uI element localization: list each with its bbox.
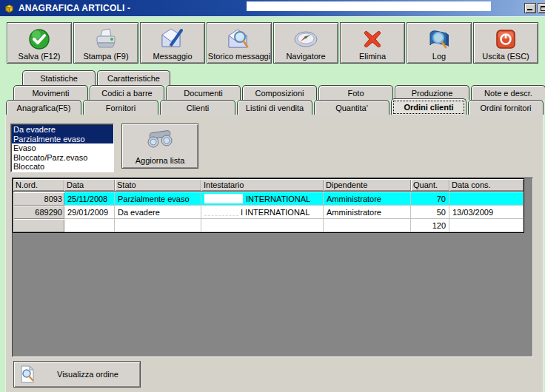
binoculars-icon (144, 130, 176, 149)
exit-button-label: Uscita (ESC) (482, 52, 529, 61)
check-circle-icon (27, 27, 51, 52)
tab-codici-a-barre[interactable]: Codici a barre (90, 85, 164, 100)
tab-foto[interactable]: Foto (318, 85, 393, 100)
table-cell-quant[interactable]: 50 (411, 206, 449, 219)
maximize-icon (541, 6, 545, 11)
tab-label: Ordini fornitori (480, 104, 531, 112)
table-cell-dipendente[interactable]: Amministratore (324, 206, 411, 219)
tab-label: Documenti (184, 89, 223, 98)
tab-label: Quantita' (335, 104, 368, 112)
table-cell-stato[interactable]: Parzialmente evaso (115, 192, 201, 206)
tab-note-e-descr[interactable]: Note e descr. (471, 85, 545, 100)
tab-label: Statistiche (40, 74, 78, 83)
delete-button[interactable]: Elimina (340, 22, 405, 64)
view-order-button[interactable]: Visualizza ordine (13, 361, 141, 388)
print-button[interactable]: Stampa (F9) (73, 22, 138, 64)
tab-listini-di-vendita[interactable]: Listini di vendita (237, 100, 312, 115)
table-cell-quant[interactable]: 70 (411, 192, 449, 206)
table-cell-intestatario[interactable]: INTERNATIONAL (201, 192, 324, 206)
table-cell-data[interactable]: 29/01/2009 (64, 206, 115, 219)
view-order-button-label: Visualizza ordine (36, 370, 140, 379)
tab-quantita[interactable]: Quantita' (314, 100, 389, 115)
table-cell-empty (324, 219, 411, 232)
printer-icon (93, 27, 118, 52)
tab-label: Listini di vendita (246, 104, 304, 112)
tab-label: Fornitori (106, 104, 136, 112)
refresh-list-button[interactable]: Aggiorna lista (121, 124, 198, 169)
list-item[interactable]: Da evadere (12, 125, 113, 135)
tab-fornitori[interactable]: Fornitori (83, 100, 158, 115)
tab-label: Composizioni (255, 89, 304, 98)
tab-label: Caratteristiche (107, 74, 160, 83)
orders-table: N.ord. Data Stato Intestatario Dipendent… (13, 178, 524, 233)
tab-produzione[interactable]: Produzione (395, 85, 469, 100)
message-history-button-label: Storico messaggi (208, 52, 270, 61)
tab-label: Codici a barre (101, 89, 152, 98)
redaction-box (204, 208, 238, 216)
table-cell-empty (64, 219, 115, 232)
tab-strip: Statistiche Caratteristiche Movimenti Co… (0, 65, 545, 115)
maximize-button[interactable] (538, 3, 545, 13)
column-header[interactable]: Dipendente (324, 179, 411, 192)
tab-statistiche[interactable]: Statistiche (22, 70, 96, 85)
order-status-listbox[interactable]: Da evadere Parzialmente evaso Evaso Bloc… (10, 124, 114, 172)
table-row-header[interactable]: 8093 (13, 192, 64, 206)
minimize-icon (527, 9, 532, 10)
tab-label: Produzione (412, 89, 453, 98)
navigator-button[interactable]: Navigatore (273, 22, 338, 64)
tab-label: Note e descr. (484, 89, 532, 98)
power-icon (495, 27, 517, 52)
list-item[interactable]: Bloccato/Parz.evaso (12, 153, 113, 163)
title-redaction (247, 1, 491, 11)
log-button[interactable]: Log (407, 22, 472, 64)
app-icon (4, 3, 15, 14)
column-header[interactable]: Intestatario (201, 179, 324, 192)
table-cell-data-cons[interactable]: 13/03/2009 (449, 206, 524, 219)
book-search-icon (426, 27, 452, 52)
list-item[interactable]: Evaso (12, 143, 113, 153)
window-title: ANAGRAFICA ARTICOLI - (19, 3, 130, 13)
tab-anagrafica[interactable]: Anagrafica(F5) (6, 100, 81, 115)
message-button[interactable]: Messaggio (140, 22, 205, 64)
tab-row-3: Anagrafica(F5) Fornitori Clienti Listini… (6, 100, 545, 115)
column-header[interactable]: Quant. (411, 179, 449, 192)
table-cell-stato[interactable]: Da evadere (115, 206, 201, 219)
delete-button-label: Elimina (359, 52, 386, 61)
column-header[interactable]: Data (64, 179, 115, 192)
orders-grid-panel: N.ord. Data Stato Intestatario Dipendent… (12, 178, 533, 357)
table-cell-data[interactable]: 25/11/2008 (64, 192, 115, 206)
tab-composizioni[interactable]: Composizioni (242, 85, 317, 100)
table-cell-empty (201, 219, 324, 232)
message-button-label: Messaggio (153, 52, 192, 61)
tab-label: Clienti (187, 104, 210, 112)
list-item[interactable]: Bloccato (12, 162, 113, 172)
tab-row-1: Statistiche Caratteristiche (22, 70, 172, 85)
minimize-button[interactable] (524, 3, 536, 13)
tab-ordini-fornitori[interactable]: Ordini fornitori (468, 100, 544, 115)
table-cell-intestatario[interactable]: I INTERNATIONAL (201, 206, 324, 219)
message-history-button[interactable]: Storico messaggi (207, 22, 272, 64)
table-cell-dipendente[interactable]: Amministratore (324, 192, 411, 206)
tab-clienti[interactable]: Clienti (160, 100, 235, 115)
tab-label: Anagrafica(F5) (17, 104, 71, 112)
tab-documenti[interactable]: Documenti (166, 85, 241, 100)
tab-movimenti[interactable]: Movimenti (13, 85, 88, 100)
save-button[interactable]: Salva (F12) (7, 22, 72, 64)
tab-focus-rect (394, 101, 464, 113)
navigator-button-label: Navigatore (286, 52, 325, 61)
exit-button[interactable]: Uscita (ESC) (473, 22, 538, 64)
column-header[interactable]: Data cons. (449, 179, 524, 192)
table-cell-empty (115, 219, 201, 232)
table-cell-data-cons[interactable] (449, 192, 524, 206)
envelope-pen-icon (159, 27, 186, 52)
column-header[interactable]: Stato (115, 179, 201, 192)
tab-caratteristiche[interactable]: Caratteristiche (97, 70, 170, 85)
compass-icon (292, 27, 319, 52)
table-cell-empty (449, 219, 524, 232)
table-row-header[interactable]: 689290 (13, 206, 64, 219)
tab-ordini-clienti[interactable]: Ordini clienti (391, 98, 467, 115)
tab-label: Movimenti (32, 89, 69, 98)
column-header[interactable]: N.ord. (13, 179, 64, 192)
list-item[interactable]: Parzialmente evaso (12, 135, 113, 144)
ordini-clienti-page: Da evadere Parzialmente evaso Evaso Bloc… (5, 115, 544, 392)
